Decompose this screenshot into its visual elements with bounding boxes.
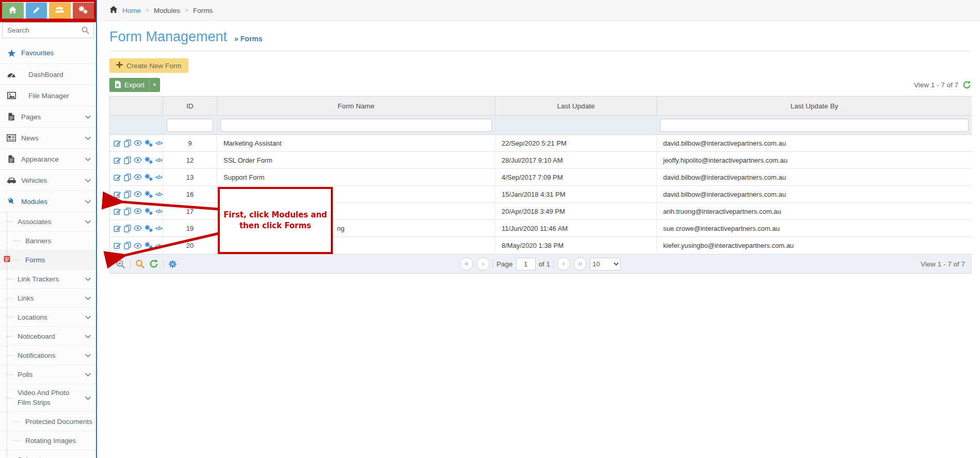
header-last-update[interactable]: Last Update: [495, 97, 657, 116]
settings-gears-icon[interactable]: [144, 225, 153, 232]
cell-last-update: 15/Jan/2018 4:31 PM: [495, 186, 657, 203]
home-button[interactable]: [2, 3, 24, 19]
row-actions: </>: [110, 220, 163, 237]
edit-icon[interactable]: [114, 156, 121, 164]
code-icon[interactable]: </>: [155, 208, 162, 214]
page-number-input[interactable]: [516, 258, 536, 271]
copy-icon[interactable]: [124, 156, 131, 164]
page-size-select[interactable]: 10: [590, 258, 621, 271]
chevron-down-icon: [85, 155, 91, 163]
code-icon[interactable]: </>: [155, 174, 162, 180]
code-icon[interactable]: </>: [155, 191, 162, 197]
preview-eye-icon[interactable]: [134, 225, 142, 231]
edit-icon[interactable]: [114, 191, 121, 198]
sidebar-item-pages[interactable]: Pages: [0, 106, 96, 127]
edit-icon[interactable]: [114, 225, 121, 232]
sidebar-item-rotating-images[interactable]: Rotating Images: [0, 431, 96, 450]
filter-cell-id: [163, 116, 217, 135]
copy-icon[interactable]: [124, 225, 131, 232]
gear-icon[interactable]: [168, 260, 177, 269]
preview-eye-icon[interactable]: [134, 191, 142, 197]
sidebar-item-vehicles[interactable]: Vehicles: [0, 169, 96, 191]
sidebar-item-protected-documents[interactable]: Protected Documents: [0, 412, 96, 431]
sidebar-item-forms[interactable]: Forms: [0, 250, 96, 269]
settings-gears-icon[interactable]: [144, 156, 153, 164]
sidebar-item-noticeboard[interactable]: Noticeboard: [0, 326, 96, 345]
sidebar-item-file-manager[interactable]: File Manager: [0, 85, 96, 106]
cell-last-update-by: jeoffy.hipolito@interactivepartners.com.…: [657, 152, 972, 169]
search-icon[interactable]: [135, 259, 144, 269]
settings-button[interactable]: [73, 3, 94, 19]
edit-button[interactable]: [26, 3, 47, 19]
preview-eye-icon[interactable]: [134, 208, 142, 214]
create-new-form-button[interactable]: Create New Form: [109, 58, 188, 73]
refresh-icon[interactable]: [149, 259, 158, 269]
next-page-button[interactable]: ›: [557, 257, 570, 271]
copy-icon[interactable]: [124, 173, 131, 181]
preview-eye-icon[interactable]: [134, 174, 142, 180]
row-actions: </>: [110, 203, 163, 220]
last-update-by-filter-input[interactable]: [660, 119, 969, 132]
settings-gears-icon[interactable]: [144, 139, 153, 147]
copy-icon[interactable]: [124, 242, 131, 249]
code-icon[interactable]: </>: [155, 157, 162, 163]
export-dropdown-caret[interactable]: ▼: [149, 78, 160, 92]
preview-eye-icon[interactable]: [134, 140, 142, 146]
chevron-down-icon: [85, 134, 91, 142]
zoom-plus-icon[interactable]: [116, 259, 125, 269]
users-button[interactable]: [49, 3, 71, 19]
sidebar-item-video-and-photo-film-strips[interactable]: Video And Photo Film Strips: [0, 384, 96, 412]
breadcrumb-link-home[interactable]: Home: [122, 7, 141, 14]
code-icon[interactable]: </>: [155, 225, 162, 231]
refresh-icon[interactable]: [962, 81, 971, 89]
sidebar-item-label: Link Trackers: [18, 275, 59, 283]
sidebar-item-banners[interactable]: Banners: [0, 231, 96, 250]
id-filter-input[interactable]: [167, 119, 213, 132]
dashboard-icon: [5, 71, 18, 78]
header-id[interactable]: ID: [163, 97, 217, 116]
settings-gears-icon[interactable]: [144, 208, 153, 215]
form-name-filter-input[interactable]: [220, 119, 492, 132]
code-icon[interactable]: </>: [155, 140, 162, 146]
sidebar-item-dashboard[interactable]: DashBoard: [0, 64, 96, 85]
preview-eye-icon[interactable]: [134, 157, 142, 163]
sidebar-item-snippets[interactable]: Snippets: [0, 450, 96, 458]
first-page-button[interactable]: «: [460, 257, 473, 271]
chevron-down-icon: [85, 294, 91, 302]
edit-icon[interactable]: [114, 173, 121, 181]
cell-last-update-by: david.bilbow@interactivepartners.com.au: [657, 186, 972, 203]
preview-eye-icon[interactable]: [134, 243, 142, 249]
breadcrumb-item-modules[interactable]: Modules: [154, 7, 180, 14]
sidebar-item-appearance[interactable]: Appearance: [0, 148, 96, 169]
edit-icon[interactable]: [114, 139, 121, 147]
settings-gears-icon[interactable]: [144, 191, 153, 198]
sidebar-item-notifications[interactable]: Notifications: [0, 345, 96, 365]
sidebar-item-label: Locations: [18, 313, 47, 321]
header-form-name[interactable]: Form Name: [217, 97, 495, 116]
code-icon[interactable]: </>: [155, 243, 162, 249]
edit-icon[interactable]: [114, 208, 121, 215]
pager-bar: « ‹ Page of 1 › » 10 View 1 - 7 of 7: [109, 255, 971, 274]
sidebar-item-associates[interactable]: Associates: [0, 212, 96, 231]
settings-gears-icon[interactable]: [144, 242, 153, 249]
header-last-update-by[interactable]: Last Update By: [657, 97, 972, 116]
sidebar-item-polls[interactable]: Polls: [0, 365, 96, 384]
sidebar-item-locations[interactable]: Locations: [0, 307, 96, 326]
last-page-button[interactable]: »: [573, 257, 587, 271]
settings-gears-icon[interactable]: [144, 173, 153, 181]
sidebar-item-modules[interactable]: Modules: [0, 191, 96, 212]
sidebar-item-favourites[interactable]: Favourites: [0, 42, 96, 64]
copy-icon[interactable]: [124, 191, 131, 198]
edit-icon[interactable]: [114, 242, 121, 249]
sidebar-item-news[interactable]: News: [0, 127, 96, 148]
copy-icon[interactable]: [124, 139, 131, 147]
sidebar-item-links[interactable]: Links: [0, 288, 96, 307]
export-button[interactable]: Export: [109, 78, 149, 92]
sidebar-item-link-trackers[interactable]: Link Trackers: [0, 269, 96, 288]
cell-last-update-by: anh.truong@interactivepartners.com.au: [657, 203, 972, 220]
search-icon: [81, 26, 90, 37]
copy-icon[interactable]: [124, 208, 131, 215]
cell-last-update: 20/Apr/2018 3:49 PM: [495, 203, 657, 220]
search-input[interactable]: [2, 22, 94, 38]
prev-page-button[interactable]: ‹: [476, 257, 490, 271]
